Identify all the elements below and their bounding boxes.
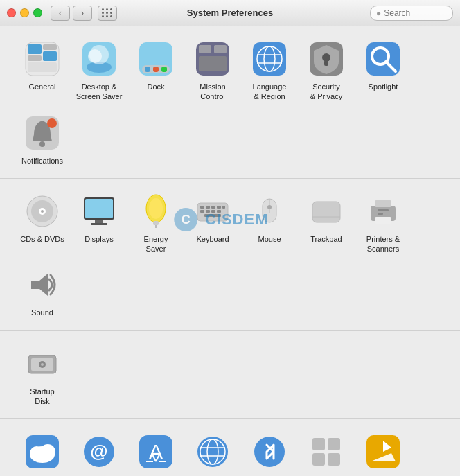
back-button[interactable]: ‹ xyxy=(51,6,70,21)
search-input[interactable] xyxy=(384,8,439,18)
svg-rect-57 xyxy=(204,214,221,217)
displays-icon xyxy=(79,191,119,231)
forward-button[interactable]: › xyxy=(73,6,92,21)
pref-item-dock[interactable]: Dock xyxy=(127,33,184,107)
svg-point-85 xyxy=(197,437,228,467)
svg-rect-52 xyxy=(222,206,225,209)
svg-rect-66 xyxy=(378,209,389,211)
svg-point-34 xyxy=(47,118,57,128)
pref-item-network[interactable]: Network xyxy=(184,426,241,476)
pref-item-security[interactable]: Security& Privacy xyxy=(298,33,355,107)
search-bar[interactable]: ● xyxy=(370,6,453,21)
pref-item-mouse[interactable]: Mouse xyxy=(241,186,298,260)
pref-item-language[interactable]: Language& Region xyxy=(241,33,298,107)
svg-rect-6 xyxy=(43,51,57,61)
pref-item-bluetooth[interactable]: Bluetooth xyxy=(241,426,298,476)
svg-point-60 xyxy=(267,205,272,209)
nav-buttons: ‹ › xyxy=(51,6,92,21)
svg-rect-19 xyxy=(214,45,227,53)
svg-rect-48 xyxy=(200,206,204,209)
svg-rect-28 xyxy=(324,60,328,66)
pref-item-spotlight[interactable]: Spotlight xyxy=(355,33,412,107)
svg-rect-50 xyxy=(211,206,215,209)
pref-item-desktop[interactable]: Desktop &Screen Saver xyxy=(71,33,127,107)
svg-rect-7 xyxy=(28,62,57,72)
svg-rect-14 xyxy=(145,67,150,72)
svg-rect-18 xyxy=(199,45,211,53)
pref-item-printers[interactable]: Printers &Scanners xyxy=(355,186,412,260)
security-icon xyxy=(306,39,346,79)
pref-item-displays[interactable]: Displays xyxy=(71,186,127,260)
pref-item-keyboard[interactable]: Keyboard xyxy=(184,186,241,260)
printers-icon xyxy=(363,191,403,231)
svg-point-44 xyxy=(149,198,163,219)
grid-view-button[interactable] xyxy=(98,6,117,21)
pref-item-extensions[interactable]: Extensions xyxy=(298,426,355,476)
startup-label: StartupDisk xyxy=(30,387,54,407)
section-hardware: CDs & DVDs Displays xyxy=(0,179,460,331)
pref-item-icloud[interactable]: iCloud xyxy=(14,426,71,476)
hardware-items-row: CDs & DVDs Displays xyxy=(14,186,446,324)
mission-icon xyxy=(193,39,233,79)
notifications-icon xyxy=(22,113,62,153)
pref-item-sharing[interactable]: Sharing xyxy=(355,426,412,476)
svg-rect-15 xyxy=(153,67,159,72)
svg-point-72 xyxy=(41,363,44,366)
internet-items-row: iCloud @ InternetAccounts A xyxy=(14,426,446,476)
desktop-label: Desktop &Screen Saver xyxy=(76,82,123,102)
svg-rect-16 xyxy=(161,67,167,72)
svg-rect-93 xyxy=(312,453,325,466)
extensions-icon xyxy=(306,432,346,472)
startup-items-row: StartupDisk xyxy=(14,338,446,412)
dock-label: Dock xyxy=(147,82,164,91)
pref-item-startup[interactable]: StartupDisk xyxy=(14,338,71,412)
dock-icon xyxy=(136,39,176,79)
energy-label: EnergySaver xyxy=(144,234,168,254)
svg-rect-92 xyxy=(328,438,340,450)
search-icon: ● xyxy=(376,8,381,18)
svg-rect-49 xyxy=(206,206,210,209)
titlebar: ‹ › System Preferences ● xyxy=(0,0,460,26)
close-button[interactable] xyxy=(7,8,16,17)
bluetooth-icon xyxy=(249,432,290,472)
trackpad-label: Trackpad xyxy=(310,234,342,244)
svg-rect-53 xyxy=(200,210,204,213)
svg-rect-91 xyxy=(312,438,325,450)
pref-item-energy[interactable]: EnergySaver xyxy=(127,186,184,260)
svg-rect-4 xyxy=(28,55,42,61)
cds-icon xyxy=(22,191,62,231)
notifications-label: Notifications xyxy=(21,156,63,166)
svg-marker-68 xyxy=(31,274,48,296)
svg-rect-56 xyxy=(217,210,221,213)
sharing-icon xyxy=(363,432,403,472)
svg-rect-40 xyxy=(85,199,113,218)
minimize-button[interactable] xyxy=(20,8,29,17)
svg-rect-45 xyxy=(153,221,159,225)
desktop-icon xyxy=(79,39,119,79)
spotlight-label: Spotlight xyxy=(369,82,398,91)
trackpad-icon xyxy=(306,191,346,231)
svg-text:@: @ xyxy=(90,441,107,461)
svg-point-90 xyxy=(254,437,285,467)
svg-rect-21 xyxy=(253,42,286,76)
svg-rect-5 xyxy=(43,44,57,50)
pref-item-cds[interactable]: CDs & DVDs xyxy=(14,186,71,260)
svg-rect-20 xyxy=(199,56,227,71)
pref-item-app-store[interactable]: A App Store xyxy=(127,426,184,476)
svg-point-76 xyxy=(40,444,55,459)
maximize-button[interactable] xyxy=(33,8,42,17)
grid-icon xyxy=(102,8,113,17)
pref-item-internet-accounts[interactable]: @ InternetAccounts xyxy=(71,426,127,476)
general-icon xyxy=(22,39,62,79)
mission-label: MissionControl xyxy=(200,82,225,102)
pref-item-trackpad[interactable]: Trackpad xyxy=(298,186,355,260)
pref-item-mission[interactable]: MissionControl xyxy=(184,33,241,107)
app-store-icon: A xyxy=(136,432,176,472)
cds-label: CDs & DVDs xyxy=(20,234,64,244)
svg-rect-41 xyxy=(95,220,103,223)
security-label: Security& Privacy xyxy=(310,82,342,102)
pref-item-sound[interactable]: Sound xyxy=(14,259,71,323)
svg-rect-3 xyxy=(28,44,42,54)
pref-item-general[interactable]: General xyxy=(14,33,71,107)
pref-item-notifications[interactable]: Notifications xyxy=(14,107,71,171)
